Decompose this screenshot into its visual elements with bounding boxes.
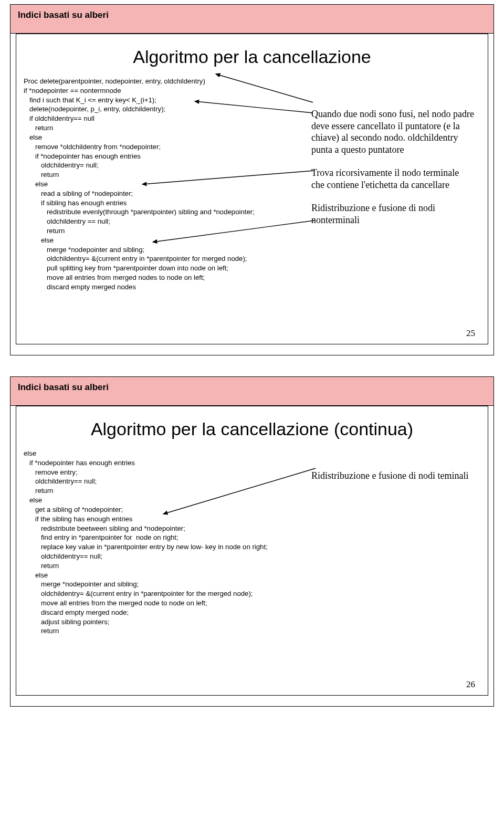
content-row: Proc delete(parentpointer, nodepointer, … xyxy=(24,77,480,292)
annotations: Quando due nodi sono fusi, nel nodo padr… xyxy=(311,108,474,237)
slide-2: Indici basati su alberi Algoritmo per la… xyxy=(10,376,494,707)
slide-inner: Algoritmo per la cancellazione Proc dele… xyxy=(16,34,488,344)
slide-inner: Algoritmo per la cancellazione (continua… xyxy=(16,406,488,696)
annotation-3: Ridistribuzione e fusione di nodi nonter… xyxy=(311,202,474,226)
annotation-1: Ridistribuzione e fusione di nodi temina… xyxy=(311,470,474,482)
content-row: else if *nodepointer has enough entries … xyxy=(24,449,480,636)
slide-title: Algoritmo per la cancellazione xyxy=(24,39,480,77)
page-number: 26 xyxy=(466,679,475,690)
slide-header: Indici basati su alberi xyxy=(10,377,494,406)
slide-1: Indici basati su alberi Algoritmo per la… xyxy=(10,4,494,355)
page-number: 25 xyxy=(466,328,475,339)
annotation-1: Quando due nodi sono fusi, nel nodo padr… xyxy=(311,108,474,155)
annotations: Ridistribuzione e fusione di nodi temina… xyxy=(311,470,474,494)
pseudocode-block: Proc delete(parentpointer, nodepointer, … xyxy=(24,77,255,292)
slide-header: Indici basati su alberi xyxy=(10,5,494,34)
pseudocode-block: else if *nodepointer has enough entries … xyxy=(24,449,268,636)
annotation-2: Trova ricorsivamente il nodo terminale c… xyxy=(311,167,474,191)
slide-title: Algoritmo per la cancellazione (continua… xyxy=(24,412,480,449)
